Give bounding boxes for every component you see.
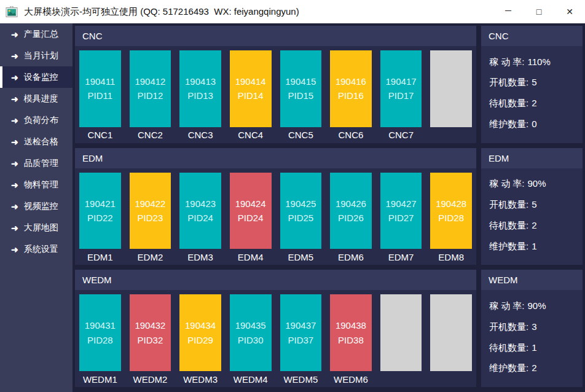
machine-name-label: EDM4	[230, 249, 272, 265]
machine-pid: PID26	[338, 211, 364, 225]
arrow-icon: ➜	[11, 180, 18, 190]
machine-pid: PID32	[138, 333, 163, 347]
sidebar-item-3[interactable]: ➜设备监控	[0, 66, 73, 88]
machine-serial: 190434	[185, 318, 216, 332]
machine-serial: 190416	[336, 74, 366, 88]
arrow-icon: ➜	[11, 245, 18, 254]
machine-card-cnc2[interactable]: 190412PID12	[130, 50, 171, 127]
sidebar-item-9[interactable]: ➜视频监控	[0, 195, 73, 217]
window-controls: ─ □ ✕	[493, 0, 585, 23]
sidebar-item-6[interactable]: ➜送检合格	[0, 131, 73, 152]
titlebar: 大屏模块演示-均可独立使用 (QQ: 517216493 WX: feiyang…	[0, 0, 585, 23]
machine-card-edm8[interactable]: 190428PID28	[430, 173, 472, 249]
machine-name-label: EDM6	[330, 249, 372, 265]
machine-name-label: EDM2	[130, 249, 171, 265]
minimize-button[interactable]: ─	[493, 0, 524, 23]
machine-name-label	[380, 371, 422, 387]
machine-card-cnc4[interactable]: 190414PID14	[230, 50, 272, 127]
machine-serial: 190426	[336, 197, 366, 211]
sidebar-item-label: 模具进度	[24, 93, 58, 104]
machine-name-label: CNC6	[330, 127, 372, 143]
stat-line: 开机数量:3	[489, 321, 579, 333]
machine-card-wedm6[interactable]: 190438PID38	[330, 294, 372, 371]
arrow-icon: ➜	[11, 202, 18, 211]
section-edm: EDM190421PID22EDM1190422PID23EDM2190423P…	[75, 148, 476, 265]
stat-label: 开机数量:	[489, 77, 528, 87]
sidebar-item-1[interactable]: ➜产量汇总	[0, 23, 73, 45]
machine-card-cnc3[interactable]: 190413PID13	[179, 50, 221, 127]
machine-card-cnc6[interactable]: 190416PID16	[330, 50, 372, 127]
machine-card-edm7[interactable]: 190427PID27	[380, 173, 422, 249]
stat-value: 5	[532, 199, 536, 210]
sidebar-item-11[interactable]: ➜系统设置	[0, 238, 73, 260]
sidebar-item-label: 系统设置	[24, 244, 58, 255]
machine-name-label: CNC7	[380, 127, 422, 143]
sidebar-item-10[interactable]: ➜大屏地图	[0, 217, 73, 238]
stats-panel-edm: EDM稼 动 率:90%开机数量:5待机数量:2维护数量:1	[481, 148, 583, 265]
machine-serial: 190428	[436, 197, 466, 211]
sidebar-item-7[interactable]: ➜品质管理	[0, 152, 73, 174]
maximize-button[interactable]: □	[524, 0, 554, 23]
sidebar-item-2[interactable]: ➜当月计划	[0, 45, 73, 66]
stat-line: 待机数量:2	[489, 98, 579, 109]
machine-slot: 190412PID12CNC2	[130, 50, 171, 143]
machine-serial: 190422	[135, 197, 165, 211]
machine-card-wedm3[interactable]: 190434PID29	[179, 294, 221, 371]
stat-label: 维护数量:	[489, 363, 528, 373]
machine-serial: 190423	[185, 197, 216, 211]
machine-name-label: WEDM2	[130, 371, 171, 387]
machine-pid: PID13	[187, 88, 213, 103]
stat-label: 待机数量:	[489, 220, 528, 230]
machine-card-edm6[interactable]: 190426PID26	[330, 173, 372, 249]
sidebar-item-4[interactable]: ➜模具进度	[0, 88, 73, 109]
machine-card-edm1[interactable]: 190421PID22	[79, 173, 121, 249]
machine-card-edm3[interactable]: 190423PID24	[179, 173, 221, 249]
machine-card-edm4[interactable]: 190424PID24	[230, 173, 272, 249]
machine-card-wedm1[interactable]: 190431PID28	[79, 294, 121, 371]
machine-pid: PID11	[88, 88, 113, 103]
machine-slot: 190424PID24EDM4	[230, 173, 272, 265]
machine-card-cnc5[interactable]: 190415PID15	[280, 50, 322, 127]
machine-name-label	[430, 127, 472, 143]
machine-pid: PID12	[138, 88, 163, 103]
machine-slot: 190428PID28EDM8	[430, 173, 472, 265]
machine-pid: PID37	[288, 333, 313, 347]
machine-serial: 190432	[135, 318, 165, 332]
stats-panel-body: 稼 动 率:90%开机数量:5待机数量:2维护数量:1	[481, 168, 583, 265]
machine-name-label: WEDM5	[280, 371, 322, 387]
stat-value: 2	[532, 98, 536, 108]
sidebar-item-label: 送检合格	[24, 136, 58, 147]
machine-pid: PID16	[338, 88, 364, 103]
sidebar-item-5[interactable]: ➜负荷分布	[0, 109, 73, 131]
machine-card-wedm2[interactable]: 190432PID32	[130, 294, 171, 371]
machine-pid: PID14	[238, 88, 264, 103]
machine-slot	[380, 294, 422, 387]
machine-card-cnc7[interactable]: 190417PID17	[380, 50, 422, 127]
machine-name-label: EDM7	[380, 249, 422, 265]
machine-card-cnc1[interactable]: 190411PID11	[79, 50, 121, 127]
machine-pid: PID15	[288, 88, 313, 103]
machine-card-edm2[interactable]: 190422PID23	[130, 173, 171, 249]
stat-line: 稼 动 率:110%	[489, 57, 579, 68]
stat-value: 2	[532, 363, 536, 373]
machine-slot: 190434PID29WEDM3	[179, 294, 221, 387]
machine-name-label: WEDM4	[230, 371, 272, 387]
sidebar-item-label: 品质管理	[24, 158, 58, 169]
machine-card-edm5[interactable]: 190425PID25	[280, 173, 322, 249]
close-button[interactable]: ✕	[554, 0, 585, 23]
machine-card-wedm4[interactable]: 190435PID30	[230, 294, 272, 371]
stat-value: 0	[532, 119, 536, 129]
stat-label: 待机数量:	[489, 342, 528, 353]
machine-slot: 190425PID25EDM5	[280, 173, 322, 265]
machine-slot	[430, 50, 472, 143]
stat-label: 稼 动 率:	[489, 300, 525, 311]
section-wedm: WEDM190431PID28WEDM1190432PID32WEDM21904…	[75, 270, 476, 387]
machine-serial: 190417	[386, 74, 417, 88]
machine-pid: PID27	[388, 211, 414, 225]
machine-card-wedm5[interactable]: 190437PID37	[280, 294, 322, 371]
machine-slot: 190423PID24EDM3	[179, 173, 221, 265]
stat-line: 待机数量:2	[489, 220, 579, 232]
app-picture-icon	[6, 6, 19, 18]
sidebar-item-8[interactable]: ➜物料管理	[0, 174, 73, 195]
arrow-icon: ➜	[11, 51, 18, 61]
